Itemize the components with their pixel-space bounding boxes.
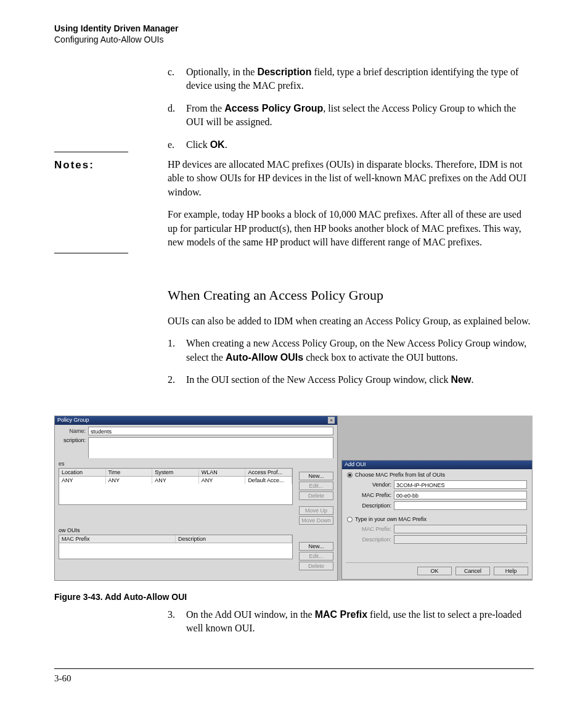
name-row: Name: students (59, 427, 333, 435)
figure-screenshot: Policy Group × Name: students scription:… (54, 416, 533, 581)
col-system[interactable]: System (152, 469, 199, 476)
vendor-field[interactable]: 3COM-IP-PHONES (394, 480, 527, 489)
own-mac-prefix-row: MAC Prefix: (356, 525, 527, 533)
notes-body: HP devices are allocated MAC prefixes (O… (168, 158, 531, 258)
own-description-field (394, 535, 527, 544)
rules-button-column: New... Edit... Delete Move Up Move Down (299, 472, 333, 525)
step-e: e. Click OK. (168, 138, 531, 152)
own-mac-prefix-label: MAC Prefix: (356, 526, 391, 532)
rules-table: Location Time System WLAN Access Prof...… (59, 468, 293, 505)
own-description-row: Description: (356, 535, 527, 544)
cell: ANY (59, 477, 106, 484)
page-number: 3-60 (54, 673, 71, 684)
new-oui-button[interactable]: New... (299, 542, 333, 551)
section-heading: When Creating an Access Policy Group (168, 287, 531, 303)
radio-choose-from-list[interactable]: Choose MAC Prefix from list of OUIs (347, 472, 527, 478)
cancel-button[interactable]: Cancel (455, 567, 490, 575)
col-wlan[interactable]: WLAN (199, 469, 246, 476)
step-text-post: . (471, 374, 473, 385)
notes-paragraph-1: HP devices are allocated MAC prefixes (O… (168, 158, 531, 199)
radio-label: Type in your own MAC Prefix (355, 516, 427, 522)
step-text-bold: Description (257, 67, 311, 77)
description-field[interactable] (88, 437, 333, 458)
dialog-title: Policy Group (57, 417, 89, 424)
figure-caption: Figure 3-43. Add Auto-Allow OUI (54, 592, 187, 602)
footer-rule (54, 668, 534, 669)
add-oui-dialog: Add OUI Choose MAC Prefix from list of O… (341, 460, 533, 580)
ok-button[interactable]: OK (417, 567, 452, 575)
step-marker: c. (168, 65, 186, 93)
step-text-pre: On the Add OUI window, in the (186, 609, 315, 620)
help-button[interactable]: Help (494, 567, 528, 575)
notes-label: Notes: (54, 159, 94, 171)
vendor-label: Vendor: (356, 482, 391, 488)
col-time[interactable]: Time (106, 469, 153, 476)
step-d: d. From the Access Policy Group, list se… (168, 102, 531, 129)
step-marker: d. (168, 102, 186, 129)
col-description[interactable]: Description (176, 535, 292, 543)
name-field[interactable]: students (88, 427, 333, 435)
step-text-pre: Optionally, in the (186, 67, 257, 77)
vendor-row: Vendor: 3COM-IP-PHONES (356, 480, 527, 489)
step-text-bold: Access Policy Group (224, 103, 323, 113)
step-text-bold: MAC Prefix (315, 609, 367, 620)
step-3: 3. On the Add OUI window, in the MAC Pre… (168, 608, 531, 636)
page-header: Using Identity Driven Manager Configurin… (54, 23, 178, 44)
policy-group-dialog: Policy Group × Name: students scription:… (54, 416, 338, 581)
delete-rule-button[interactable]: Delete (299, 491, 333, 500)
new-rule-button[interactable]: New... (299, 472, 333, 480)
table-row[interactable]: ANY ANY ANY ANY Default Acce... (59, 477, 292, 484)
ouis-table: MAC Prefix Description (59, 535, 293, 559)
own-mac-prefix-field (394, 525, 527, 533)
section-intro: OUIs can also be added to IDM when creat… (168, 314, 531, 328)
cell: Default Acce... (245, 477, 292, 484)
step-marker: 3. (168, 608, 186, 636)
radio-type-own[interactable]: Type in your own MAC Prefix (347, 516, 527, 522)
move-down-button[interactable]: Move Down (299, 516, 333, 525)
rules-section-label: es (59, 461, 333, 467)
col-access-profile[interactable]: Access Prof... (245, 469, 292, 476)
edit-rule-button[interactable]: Edit... (299, 482, 333, 490)
radio-icon (347, 517, 353, 522)
header-title: Using Identity Driven Manager (54, 23, 178, 33)
header-subtitle: Configuring Auto-Allow OUIs (54, 35, 178, 44)
dialog-titlebar: Add OUI (342, 461, 532, 469)
description-label: Description: (356, 503, 391, 509)
radio-label: Choose MAC Prefix from list of OUIs (355, 472, 445, 478)
step-2: 2. In the OUI section of the New Access … (168, 373, 531, 387)
move-up-button[interactable]: Move Up (299, 506, 333, 515)
delete-oui-button[interactable]: Delete (299, 562, 333, 570)
step-1: 1. When creating a new Access Policy Gro… (168, 337, 531, 364)
description-field[interactable] (394, 501, 527, 510)
step-text-pre: In the OUI section of the New Access Pol… (186, 374, 451, 385)
step-text-bold: New (451, 374, 472, 385)
close-icon[interactable]: × (328, 417, 335, 424)
own-description-label: Description: (356, 536, 391, 543)
step-marker: 2. (168, 373, 186, 387)
alpha-step-list: c. Optionally, in the Description field,… (168, 65, 531, 160)
cell: ANY (106, 477, 153, 484)
step-text-pre: Click (186, 139, 210, 150)
notes-rule-bottom (54, 253, 128, 253)
edit-oui-button[interactable]: Edit... (299, 552, 333, 560)
name-label: Name: (59, 428, 86, 434)
notes-rule-top (54, 152, 128, 152)
col-mac-prefix[interactable]: MAC Prefix (59, 535, 176, 543)
ouis-button-column: New... Edit... Delete (299, 542, 333, 570)
post-figure-steps: 3. On the Add OUI window, in the MAC Pre… (168, 608, 531, 644)
step-text-pre: From the (186, 103, 224, 113)
mac-prefix-field[interactable]: 00-e0-bb (394, 491, 527, 499)
dialog-title: Add OUI (345, 461, 366, 467)
step-text-bold: Auto-Allow OUIs (226, 352, 303, 363)
step-marker: e. (168, 138, 186, 152)
step-text-post: . (225, 139, 227, 150)
mac-prefix-label: MAC Prefix: (356, 492, 391, 498)
step-marker: 1. (168, 337, 186, 364)
radio-icon (347, 472, 353, 478)
step-text-post: check box to activate the OUI buttons. (303, 352, 458, 363)
ouis-section-label: ow OUIs (59, 527, 333, 533)
step-c: c. Optionally, in the Description field,… (168, 65, 531, 93)
cell: ANY (152, 477, 199, 484)
description-row: Description: (356, 501, 527, 510)
col-location[interactable]: Location (59, 469, 106, 476)
